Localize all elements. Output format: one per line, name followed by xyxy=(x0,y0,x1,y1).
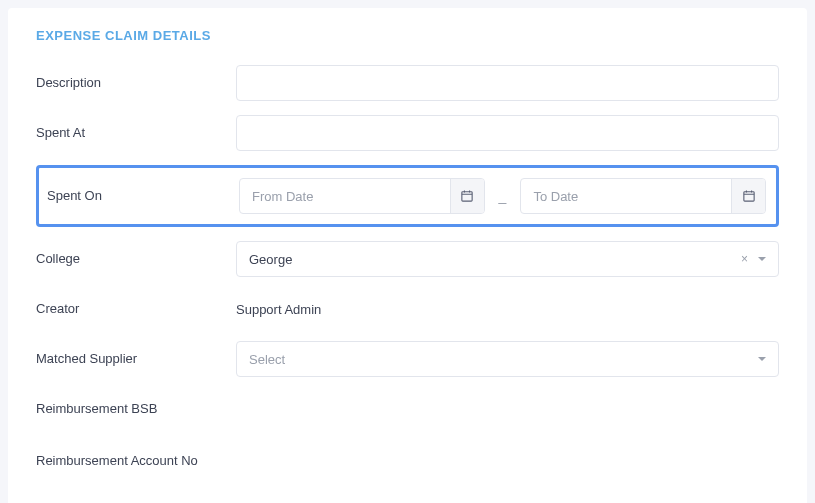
label-matched-supplier: Matched Supplier xyxy=(36,351,236,368)
matched-supplier-placeholder: Select xyxy=(249,352,285,367)
label-college: College xyxy=(36,251,236,268)
row-matched-supplier: Matched Supplier Select xyxy=(36,341,779,377)
label-description: Description xyxy=(36,75,236,92)
from-date-group xyxy=(239,178,485,214)
label-spent-at: Spent At xyxy=(36,125,236,142)
to-date-input[interactable] xyxy=(521,179,731,213)
label-creator: Creator xyxy=(36,301,236,318)
range-separator: _ xyxy=(497,188,509,204)
from-date-input[interactable] xyxy=(240,179,450,213)
label-spent-on: Spent On xyxy=(47,188,239,205)
chevron-down-icon xyxy=(758,257,766,261)
spent-at-input[interactable] xyxy=(236,115,779,151)
label-reimbursement-bsb: Reimbursement BSB xyxy=(36,401,236,418)
row-reimbursement-bsb: Reimbursement BSB xyxy=(36,391,779,427)
row-college: College George × xyxy=(36,241,779,277)
college-selected-value: George xyxy=(249,252,292,267)
row-creator: Creator Support Admin xyxy=(36,291,779,327)
svg-rect-0 xyxy=(462,192,472,201)
creator-value: Support Admin xyxy=(236,302,321,317)
section-title: EXPENSE CLAIM DETAILS xyxy=(36,28,779,43)
to-date-picker-button[interactable] xyxy=(731,179,765,213)
row-spent-at: Spent At xyxy=(36,115,779,151)
chevron-down-icon xyxy=(758,357,766,361)
row-reimbursement-account-no: Reimbursement Account No xyxy=(36,449,779,485)
expense-claim-details-panel: EXPENSE CLAIM DETAILS Description Spent … xyxy=(8,8,807,503)
label-reimbursement-account-no: Reimbursement Account No xyxy=(36,449,236,470)
to-date-group xyxy=(520,178,766,214)
description-input[interactable] xyxy=(236,65,779,101)
row-description: Description xyxy=(36,65,779,101)
calendar-icon xyxy=(743,190,755,202)
college-select[interactable]: George × xyxy=(236,241,779,277)
from-date-picker-button[interactable] xyxy=(450,179,484,213)
matched-supplier-select[interactable]: Select xyxy=(236,341,779,377)
svg-rect-4 xyxy=(743,192,753,201)
college-clear-button[interactable]: × xyxy=(741,253,748,265)
spent-on-highlight: Spent On _ xyxy=(36,165,779,227)
calendar-icon xyxy=(461,190,473,202)
